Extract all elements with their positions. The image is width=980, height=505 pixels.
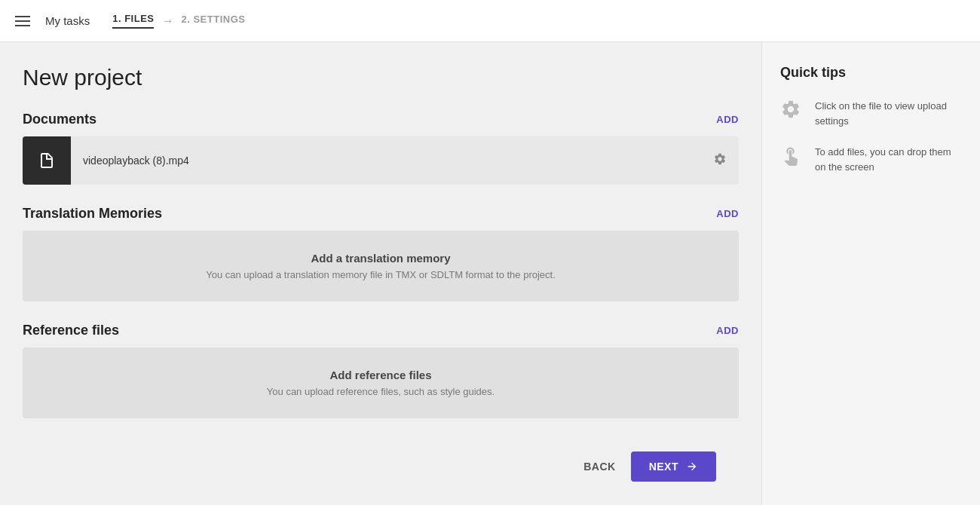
file-item[interactable]: videoplayback (8).mp4 — [23, 136, 739, 185]
footer: BACK NEXT — [23, 439, 739, 494]
file-settings-button[interactable] — [701, 152, 739, 169]
reference-files-header: Reference files ADD — [23, 323, 739, 338]
translation-memories-add-button[interactable]: ADD — [716, 208, 739, 219]
sidebar-title: Quick tips — [780, 65, 962, 81]
back-button[interactable]: BACK — [583, 461, 615, 473]
documents-header: Documents ADD — [23, 112, 739, 127]
page-title: New project — [23, 65, 739, 90]
translation-memories-section: Translation Memories ADD Add a translati… — [23, 206, 739, 301]
reference-files-placeholder-sub: You can upload reference files, such as … — [267, 386, 495, 397]
file-name: videoplayback (8).mp4 — [71, 155, 701, 167]
translation-memories-placeholder-title: Add a translation memory — [311, 252, 450, 265]
header: My tasks 1. FILES → 2. SETTINGS — [0, 0, 980, 42]
tip-item-1: Click on the file to view upload setting… — [780, 99, 962, 128]
reference-files-placeholder-title: Add reference files — [329, 369, 431, 381]
reference-files-title: Reference files — [23, 323, 119, 338]
reference-files-placeholder: Add reference files You can upload refer… — [23, 347, 739, 418]
next-label: NEXT — [649, 461, 678, 473]
documents-add-button[interactable]: ADD — [716, 114, 739, 125]
documents-title: Documents — [23, 112, 96, 127]
tip-item-2: To add files, you can drop them on the s… — [780, 145, 962, 174]
step2-tab[interactable]: 2. SETTINGS — [181, 14, 245, 28]
arrow-right-icon — [686, 461, 698, 473]
file-icon-box — [23, 136, 71, 185]
sidebar: Quick tips Click on the file to view upl… — [761, 42, 980, 505]
gear-icon — [713, 152, 727, 166]
translation-memories-header: Translation Memories ADD — [23, 206, 739, 222]
translation-memories-title: Translation Memories — [23, 206, 162, 222]
nav-arrow: → — [161, 14, 173, 28]
content-area: New project Documents ADD videoplayback … — [0, 42, 761, 505]
main-area: New project Documents ADD videoplayback … — [0, 42, 980, 505]
translation-memories-placeholder-sub: You can upload a translation memory file… — [206, 269, 556, 280]
tip-text-1: Click on the file to view upload setting… — [815, 99, 962, 128]
reference-files-section: Reference files ADD Add reference files … — [23, 323, 739, 418]
documents-section: Documents ADD videoplayback (8).mp4 — [23, 112, 739, 185]
hand-tip-icon — [780, 145, 804, 169]
translation-memories-placeholder: Add a translation memory You can upload … — [23, 231, 739, 301]
next-button[interactable]: NEXT — [631, 451, 716, 482]
my-tasks-link[interactable]: My tasks — [45, 14, 90, 27]
tip-text-2: To add files, you can drop them on the s… — [815, 145, 962, 174]
step1-tab[interactable]: 1. FILES — [112, 13, 154, 29]
nav-steps: 1. FILES → 2. SETTINGS — [112, 13, 245, 29]
reference-files-add-button[interactable]: ADD — [716, 325, 739, 336]
hamburger-menu[interactable] — [15, 16, 30, 26]
gear-tip-icon — [780, 99, 804, 123]
document-icon — [38, 152, 56, 170]
